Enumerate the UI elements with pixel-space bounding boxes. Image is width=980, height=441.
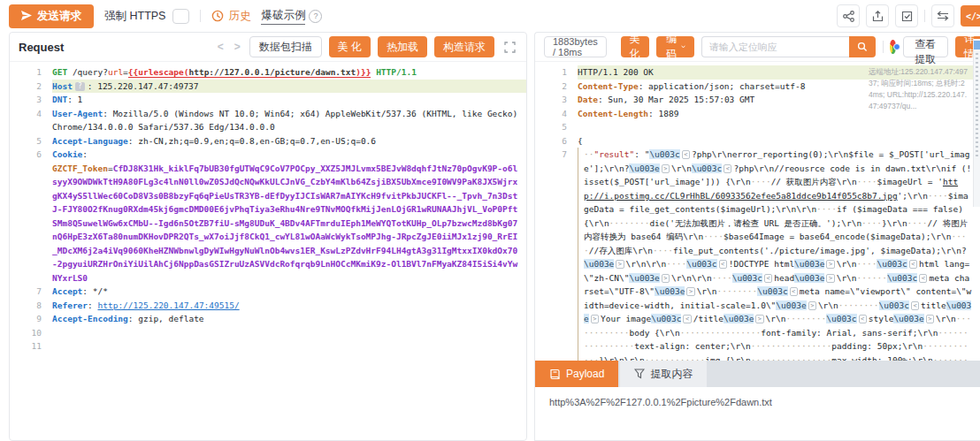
collapsed-panel-ticks	[976, 53, 978, 159]
collapsed-side-panel[interactable]	[973, 39, 980, 207]
response-meta-info: 远端地址:125.220.147.47:49737; 响应时间:18ms; 总耗…	[869, 66, 968, 112]
code-line[interactable]: 5	[535, 120, 980, 134]
line-number: 4	[10, 107, 52, 134]
line-number: 3	[535, 93, 578, 107]
beautify-request-button[interactable]: 美 化	[329, 36, 371, 57]
code-line[interactable]: 11	[10, 339, 526, 354]
paper-plane-icon	[21, 11, 32, 21]
share-icon[interactable]	[837, 4, 860, 27]
code-line[interactable]: 5Accept-Language: zh-CN,zh;q=0.9,en;q=0.…	[10, 134, 526, 148]
code-line-content[interactable]: DNT: 1	[52, 93, 526, 107]
chevron-down-icon	[681, 44, 685, 49]
line-number: 6	[10, 148, 52, 285]
fullscreen-icon[interactable]	[501, 39, 517, 55]
encode-dropdown-button[interactable]: 编码	[656, 36, 694, 57]
response-search-group	[701, 36, 876, 57]
main-panels: Request < > 数据包扫描 美 化 热加载 构造请求 1GET /que…	[9, 32, 980, 441]
export-icon[interactable]	[866, 4, 889, 27]
send-request-button[interactable]: 发送请求	[9, 4, 94, 28]
response-editor[interactable]: 远端地址:125.220.147.47:49737; 响应时间:18ms; 总耗…	[535, 62, 980, 361]
toolbar-right-icons: </>	[837, 4, 980, 27]
line-number: 9	[10, 312, 52, 326]
collapsed-panel-icon	[974, 41, 980, 49]
locate-response-input[interactable]	[701, 36, 849, 57]
send-request-label: 发送请求	[37, 9, 81, 24]
code-line-content[interactable]: Referer: http://125.220.147.47:49515/	[52, 299, 526, 313]
line-number: 7	[10, 285, 52, 299]
blast-example-link[interactable]: 爆破示例	[261, 8, 305, 25]
import-icon[interactable]	[895, 4, 918, 27]
chevron-left-icon[interactable]: <	[216, 41, 226, 53]
blast-example-group: 爆破示例 ?	[261, 8, 322, 25]
swap-icon[interactable]	[931, 4, 954, 27]
force-https-label: 强制 HTTPS	[104, 9, 165, 24]
beautify-response-button[interactable]: 美化	[621, 36, 649, 57]
line-number: 3	[10, 93, 52, 107]
code-line[interactable]: 8Referer: http://125.220.147.47:49515/	[10, 299, 526, 313]
code-line-content[interactable]	[52, 326, 526, 340]
request-title: Request	[19, 41, 64, 54]
code-line-content[interactable]	[578, 120, 980, 134]
help-question-icon[interactable]: ?	[309, 10, 322, 23]
line-number: 2	[535, 80, 578, 94]
history-label: 历史	[228, 9, 250, 24]
tab-extract-label: 提取内容	[650, 367, 693, 382]
response-stats-badge: 1883bytes / 18ms	[544, 36, 607, 57]
book-icon	[549, 369, 561, 380]
code-line[interactable]: 1GET /query?url={{urlescape(http://127.0…	[10, 65, 526, 80]
response-bottom-tabbar: Payload 提取内容	[535, 361, 980, 387]
line-number: 1	[535, 65, 578, 80]
force-https-group: 强制 HTTPS	[104, 9, 189, 24]
request-panel-header: Request < > 数据包扫描 美 化 热加载 构造请求	[10, 33, 526, 62]
code-line[interactable]: 3DNT: 1	[10, 93, 526, 107]
toolbar-divider-2	[924, 10, 925, 22]
line-number: 7	[535, 148, 578, 361]
code-line-content[interactable]: User-Agent: Mozilla/5.0 (Windows NT 10.0…	[52, 107, 526, 134]
code-line-content[interactable]: Accept-Language: zh-CN,zh;q=0.9,en;q=0.8…	[52, 134, 526, 148]
code-line[interactable]: 10	[10, 326, 526, 340]
host-hint-badge[interactable]: ?	[75, 82, 85, 91]
response-panel-header: 1883bytes / 18ms 美化 编码 查看提取结果 详情	[535, 33, 980, 62]
code-view-button[interactable]: </>	[961, 5, 980, 27]
history-button[interactable]: 历史	[211, 9, 250, 24]
code-line-content[interactable]: Cookie: GZCTF_Token=CfDJ8K31Hk_kiklFq7bU…	[52, 148, 526, 285]
line-number: 11	[10, 339, 52, 354]
chrome-icon[interactable]	[890, 40, 896, 54]
line-number: 2	[10, 80, 52, 94]
line-number: 6	[535, 134, 578, 148]
tab-payload-label: Payload	[566, 368, 604, 380]
request-panel: Request < > 数据包扫描 美 化 热加载 构造请求 1GET /que…	[9, 32, 527, 441]
search-button[interactable]	[849, 36, 876, 57]
code-line-content[interactable]	[52, 339, 526, 354]
funnel-icon	[634, 369, 645, 379]
top-toolbar: 发送请求 强制 HTTPS 历史 爆破示例 ? </>	[0, 0, 980, 32]
clock-icon	[211, 10, 224, 22]
code-line[interactable]: 4User-Agent: Mozilla/5.0 (Windows NT 10.…	[10, 107, 526, 134]
code-line[interactable]: 7Accept: */*	[10, 285, 526, 299]
line-number: 4	[535, 107, 578, 121]
packet-scan-button[interactable]: 数据包扫描	[249, 36, 322, 57]
code-line-content[interactable]: {	[578, 134, 980, 148]
request-editor[interactable]: 1GET /query?url={{urlescape(http://127.0…	[10, 62, 526, 440]
code-line-content[interactable]: Host?: 125.220.147.47:49737	[52, 80, 526, 94]
payload-value: http%3A%2F%2F127.0.0.1%2Fpicture%2Fdawn.…	[549, 397, 772, 407]
code-line[interactable]: 7··"result": "\u003c<?php\r\nerror_repor…	[535, 148, 980, 361]
code-line[interactable]: 6{	[535, 134, 980, 148]
line-number: 5	[535, 120, 578, 134]
code-line[interactable]: 9Accept-Encoding: gzip, deflate	[10, 312, 526, 326]
fuzzer-page: { "toolbar": { "send_label": "发送请求", "fo…	[0, 0, 980, 441]
construct-request-button[interactable]: 构造请求	[434, 36, 494, 57]
response-body-json[interactable]: ··"result": "\u003c<?php\r\nerror_report…	[578, 148, 980, 361]
code-line[interactable]: 6Cookie: GZCTF_Token=CfDJ8K31Hk_kiklFq7b…	[10, 148, 526, 285]
hot-reload-button[interactable]: 热加载	[378, 36, 427, 57]
tab-payload[interactable]: Payload	[535, 361, 618, 387]
force-https-checkbox[interactable]	[172, 9, 189, 24]
code-line-content[interactable]: Accept: */*	[52, 285, 526, 299]
encode-label: 编码	[665, 32, 678, 62]
tab-extract-content[interactable]: 提取内容	[620, 361, 707, 387]
view-extract-results-button[interactable]: 查看提取结果	[903, 36, 948, 57]
chevron-right-icon[interactable]: >	[233, 41, 242, 53]
code-line[interactable]: 2Host?: 125.220.147.47:49737	[10, 80, 526, 94]
code-line-content[interactable]: Accept-Encoding: gzip, deflate	[52, 312, 526, 326]
code-line-content[interactable]: GET /query?url={{urlescape(http://127.0.…	[52, 65, 526, 80]
